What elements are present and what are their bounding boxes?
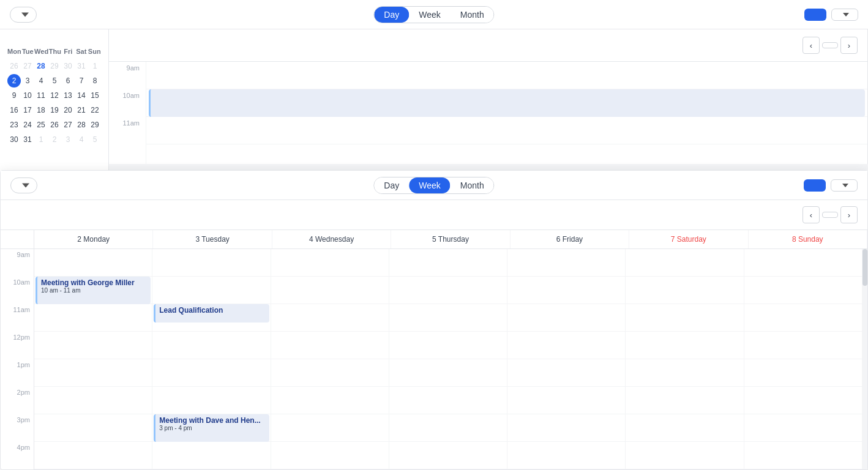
mini-cal-cell[interactable]: 5 — [88, 133, 102, 146]
week-slot — [507, 304, 625, 332]
mini-cal-cell[interactable]: 12 — [48, 89, 61, 102]
mini-cal-cell[interactable]: 3 — [61, 133, 75, 146]
mini-cal-cell[interactable]: 8 — [88, 74, 102, 88]
week-cal-header: ‹ › — [1, 200, 867, 230]
mini-cal-cell[interactable]: 2 — [48, 133, 61, 146]
week-today-btn[interactable] — [822, 212, 838, 218]
week-month-btn[interactable]: Month — [451, 177, 494, 193]
event-title: Meeting with George Miller — [41, 278, 147, 287]
create-button[interactable] — [804, 9, 826, 21]
week-top-bar: Day Week Month — [1, 171, 867, 200]
mini-cal-cell[interactable]: 17 — [21, 103, 34, 117]
week-day-col-0: Meeting with George Miller10 am - 11 am — [34, 249, 152, 469]
event-time: 10 am - 11 am — [41, 287, 147, 294]
mini-cal-cell[interactable]: 23 — [7, 118, 21, 132]
next-week-btn[interactable]: › — [840, 206, 858, 223]
mini-cal-cell[interactable]: 31 — [21, 133, 34, 146]
mini-cal-cell[interactable]: 9 — [7, 89, 21, 102]
mini-cal-cell[interactable]: 14 — [75, 89, 88, 102]
scrollbar[interactable] — [862, 249, 867, 469]
mini-cal-cell[interactable]: 27 — [21, 59, 34, 73]
day-event-george[interactable] — [149, 89, 865, 117]
mini-cal-cell[interactable]: 28 — [34, 59, 48, 73]
mini-cal-cell[interactable]: 10 — [21, 89, 34, 102]
mini-cal-cell[interactable]: 19 — [48, 103, 61, 117]
mini-cal-header-cell: Tue — [21, 47, 34, 56]
week-day-col-header: 7 Saturday — [629, 230, 748, 248]
mini-cal-cell[interactable]: 26 — [48, 118, 61, 132]
week-slot — [271, 442, 389, 469]
mini-cal-cell[interactable]: 25 — [34, 118, 48, 132]
day-view-btn[interactable]: Day — [374, 7, 409, 23]
mini-cal-cell[interactable]: 24 — [21, 118, 34, 132]
week-view-btn[interactable]: Week — [409, 7, 451, 23]
week-slot — [271, 249, 389, 277]
mini-cal-cell[interactable]: 22 — [88, 103, 102, 117]
mini-cal-cell[interactable]: 11 — [34, 89, 48, 102]
week-overlay: Day Week Month ‹ › — [0, 170, 868, 470]
mini-cal-cell[interactable]: 31 — [75, 59, 88, 73]
time-label: 9am — [109, 62, 146, 89]
week-day-col-header: 4 Wednesday — [272, 230, 391, 248]
main-layout: MonTueWedThuFriSatSun 262728293031123456… — [0, 29, 868, 470]
week-day-col-header: 8 Sunday — [749, 230, 867, 248]
prev-day-btn[interactable]: ‹ — [803, 37, 820, 54]
time-label: 11am — [109, 117, 146, 144]
day-time-col: 9am10am11am — [109, 62, 146, 164]
week-view-toggle-group: Day Week Month — [373, 177, 494, 194]
mini-cal-cell[interactable]: 15 — [88, 89, 102, 102]
mini-cal-cell[interactable]: 3 — [21, 74, 34, 88]
week-time-cell: 2pm — [1, 387, 34, 414]
mini-cal-cell[interactable]: 27 — [61, 118, 75, 132]
mini-cal-cell[interactable]: 21 — [75, 103, 88, 117]
week-slot — [34, 442, 152, 469]
today-btn[interactable] — [822, 42, 838, 48]
mini-cal-cell[interactable]: 5 — [48, 74, 61, 88]
mini-cal-cell[interactable]: 29 — [48, 59, 61, 73]
mini-cal-cell[interactable]: 26 — [7, 59, 21, 73]
mini-cal-cell[interactable]: 18 — [34, 103, 48, 117]
week-slot — [744, 249, 862, 277]
week-week-btn[interactable]: Week — [409, 177, 451, 193]
week-slot — [34, 387, 152, 414]
week-view-toggle: Day Week Month — [373, 177, 494, 194]
week-event[interactable]: Meeting with George Miller10 am - 11 am — [36, 277, 151, 304]
prev-week-btn[interactable]: ‹ — [803, 206, 820, 223]
mini-cal-cell[interactable]: 4 — [34, 74, 48, 88]
mini-cal-cell[interactable]: 29 — [88, 118, 102, 132]
week-slot — [389, 414, 507, 442]
week-slot — [507, 332, 625, 359]
week-day-col-header: 2 Monday — [34, 230, 153, 248]
week-options-button[interactable] — [831, 179, 858, 192]
week-slot — [389, 304, 507, 332]
mini-cal-cell[interactable]: 28 — [75, 118, 88, 132]
week-event[interactable]: Meeting with Dave and Hen...3 pm - 4 pm — [154, 414, 269, 442]
week-day-btn[interactable]: Day — [374, 177, 409, 193]
mini-cal-cell[interactable]: 7 — [75, 74, 88, 88]
week-slot — [626, 332, 743, 359]
options-button[interactable] — [831, 9, 858, 21]
month-view-btn[interactable]: Month — [451, 7, 494, 23]
mini-cal-cell[interactable]: 13 — [61, 89, 75, 102]
my-meetings-dropdown[interactable] — [10, 7, 37, 23]
week-create-button[interactable] — [804, 179, 826, 192]
mini-cal-cell[interactable]: 2 — [7, 74, 21, 88]
week-meetings-dropdown[interactable] — [10, 177, 37, 193]
week-slot — [152, 332, 270, 359]
mini-cal-cell[interactable]: 30 — [7, 133, 21, 146]
mini-cal-cell[interactable]: 1 — [34, 133, 48, 146]
mini-cal-cell[interactable]: 4 — [75, 133, 88, 146]
mini-cal-cell[interactable]: 1 — [88, 59, 102, 73]
mini-cal-header-cell: Sat — [75, 47, 88, 56]
week-event[interactable]: Lead Qualification — [154, 304, 269, 323]
week-slot — [152, 387, 270, 414]
mini-cal-cell[interactable]: 30 — [61, 59, 75, 73]
mini-cal-cell[interactable]: 16 — [7, 103, 21, 117]
next-day-btn[interactable]: › — [840, 37, 858, 54]
mini-cal-cell[interactable]: 20 — [61, 103, 75, 117]
day-slot — [146, 62, 867, 89]
top-bar: Day Week Month — [0, 0, 868, 29]
event-title: Lead Qualification — [159, 306, 265, 315]
mini-cal-cell[interactable]: 6 — [61, 74, 75, 88]
day-slot — [146, 117, 867, 144]
